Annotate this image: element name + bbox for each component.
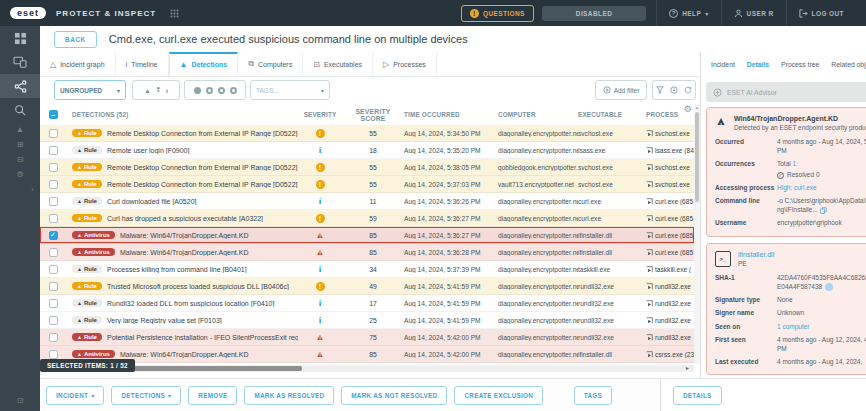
status-dot-icon[interactable] bbox=[218, 87, 225, 94]
row-checkbox[interactable] bbox=[49, 163, 58, 172]
severity-icon bbox=[319, 298, 322, 308]
table-row[interactable]: ▲Rule Remote user login [F0900] 18 Aug 1… bbox=[40, 142, 694, 159]
accessing-process-link[interactable]: High: curl.exe bbox=[777, 184, 817, 191]
table-row[interactable]: ▲Rule Very large Registry value set [F01… bbox=[40, 312, 694, 329]
row-checkbox[interactable] bbox=[49, 180, 58, 189]
remove-button[interactable]: REMOVE bbox=[188, 386, 237, 405]
column-time-occurred[interactable]: TIME OCCURRED bbox=[404, 111, 498, 118]
occurrences-count-link[interactable]: 1 bbox=[793, 160, 797, 167]
critical-filter-icon[interactable]: ▲ bbox=[144, 87, 150, 94]
row-checkbox[interactable] bbox=[49, 316, 58, 325]
table-row[interactable]: ▲Rule Curl has dropped a suspicious exec… bbox=[40, 210, 694, 227]
tab-executables[interactable]: ⊡Executables bbox=[303, 52, 373, 76]
table-row[interactable]: ▲Rule Processes killing from command lin… bbox=[40, 261, 694, 278]
panel-tab-process-tree[interactable]: Process tree bbox=[781, 61, 819, 68]
table-row[interactable]: ▲Antivirus Malware: Win64/TrojanDropper.… bbox=[40, 346, 694, 363]
sidebar-item-incidents[interactable]: ▲ bbox=[0, 122, 40, 137]
executable-name: rundll32.exe bbox=[578, 300, 646, 307]
sidebar-item-executables[interactable]: ⊟ bbox=[0, 152, 40, 167]
add-filter-button[interactable]: Add filter bbox=[595, 80, 647, 100]
sidebar-collapse-toggle[interactable]: › bbox=[0, 182, 40, 197]
info-filter-icon[interactable]: i bbox=[166, 87, 168, 94]
row-checkbox[interactable] bbox=[49, 350, 58, 359]
reputation-cloud-icon[interactable] bbox=[825, 283, 833, 291]
refresh-icon[interactable] bbox=[684, 86, 692, 94]
table-row[interactable]: ▲Rule Trusted Microsoft process loaded s… bbox=[40, 278, 694, 295]
create-exclusion-button[interactable]: CREATE EXCLUSION bbox=[454, 386, 543, 405]
tab-computers[interactable]: ⧉Computers bbox=[238, 52, 303, 76]
severity-icon bbox=[316, 163, 325, 172]
logout-button[interactable]: LOG OUT bbox=[786, 0, 856, 26]
tags-button[interactable]: TAGS bbox=[574, 386, 612, 405]
severity-filter[interactable]: ▲ ❢ i bbox=[132, 80, 180, 100]
warning-filter-icon[interactable]: ❢ bbox=[156, 86, 161, 94]
table-row[interactable]: ▲Rule Remote Desktop Connection from Ext… bbox=[40, 125, 694, 142]
column-settings-gear-icon[interactable]: ⚙ bbox=[684, 104, 692, 114]
sidebar-item-search[interactable] bbox=[0, 98, 40, 122]
table-row[interactable]: ✓ ▲Antivirus Malware: Win64/TrojanDroppe… bbox=[40, 227, 694, 244]
status-dot-icon[interactable] bbox=[206, 87, 213, 94]
group-by-dropdown[interactable]: UNGROUPED ▾ bbox=[54, 80, 126, 100]
help-menu[interactable]: ? HELP ▾ bbox=[656, 0, 720, 26]
copy-icon[interactable] bbox=[820, 207, 827, 214]
download-circle-icon[interactable] bbox=[670, 86, 678, 94]
back-button[interactable]: BACK bbox=[54, 31, 97, 48]
tab-timeline[interactable]: iTimeline bbox=[116, 52, 169, 76]
row-checkbox[interactable] bbox=[49, 299, 58, 308]
row-checkbox[interactable] bbox=[49, 146, 58, 155]
row-checkbox[interactable] bbox=[49, 333, 58, 342]
table-row[interactable]: ▲Rule Potential Persistence installation… bbox=[40, 329, 694, 346]
column-severity-score[interactable]: SEVERITY SCORE bbox=[342, 108, 404, 122]
row-checkbox[interactable] bbox=[49, 197, 58, 206]
tags-filter-dropdown[interactable]: TAGS... ▾ bbox=[250, 80, 330, 100]
panel-tab-incident[interactable]: Incident bbox=[711, 61, 735, 68]
table-row[interactable]: ▲Rule Remote Desktop Connection from Ext… bbox=[40, 176, 694, 193]
sidebar-item-submitted-files[interactable]: ⊞ bbox=[0, 137, 40, 152]
sidebar-item-computers[interactable] bbox=[0, 50, 40, 74]
row-checkbox[interactable] bbox=[49, 282, 58, 291]
sidebar-item-detections[interactable] bbox=[0, 74, 40, 98]
status-dot-icon[interactable] bbox=[194, 87, 201, 94]
tab-incident-graph[interactable]: △Incident graph bbox=[40, 52, 116, 76]
funnel-icon[interactable] bbox=[656, 86, 664, 94]
tab-processes[interactable]: ▷Processes bbox=[373, 52, 437, 76]
sidebar-item-settings[interactable]: ⚙ bbox=[0, 167, 40, 182]
detections-button[interactable]: DETECTIONS▾ bbox=[111, 386, 181, 405]
column-executable[interactable]: EXECUTABLE bbox=[578, 111, 646, 118]
column-severity[interactable]: SEVERITY bbox=[298, 111, 342, 118]
status-dot-icon[interactable] bbox=[230, 87, 237, 94]
questions-button[interactable]: ! QUESTIONS bbox=[461, 5, 534, 22]
table-row[interactable]: ▲Rule Rundll32 loaded DLL from suspiciou… bbox=[40, 295, 694, 312]
file-name-link[interactable]: ifinstaller.dll bbox=[738, 251, 774, 258]
severity-icon bbox=[316, 180, 325, 189]
table-row[interactable]: ▲Rule Remote Desktop Connection from Ext… bbox=[40, 159, 694, 176]
table-row[interactable]: ▲Rule Curl downloaded file [A0520] 11 Au… bbox=[40, 193, 694, 210]
row-checkbox[interactable] bbox=[49, 248, 58, 257]
tab-detections[interactable]: ▲Detections bbox=[169, 52, 239, 76]
details-button[interactable]: DETAILS bbox=[673, 386, 722, 405]
app-grid-icon[interactable] bbox=[170, 9, 179, 18]
select-all-checkbox[interactable]: – bbox=[49, 110, 58, 119]
mark-as-not-resolved-button[interactable]: MARK AS NOT RESOLVED bbox=[341, 386, 447, 405]
first-seen-label: First seen bbox=[715, 336, 777, 354]
user-menu[interactable]: USER R bbox=[721, 0, 786, 26]
panel-tab-details[interactable]: Details bbox=[747, 61, 769, 68]
eset-ai-advisor-button[interactable]: ESET AI Advisor ⋮ bbox=[706, 82, 866, 102]
panel-tab-related-objects[interactable]: Related objects bbox=[831, 61, 866, 68]
table-row[interactable]: ▲Antivirus Malware: Win64/TrojanDropper.… bbox=[40, 244, 694, 261]
status-filter[interactable] bbox=[184, 80, 246, 100]
mark-as-resolved-button[interactable]: MARK AS RESOLVED bbox=[244, 386, 334, 405]
seen-on-link[interactable]: 1 computer bbox=[777, 323, 810, 330]
scroll-right-icon[interactable]: ▸ bbox=[686, 364, 689, 371]
sidebar-item-dashboard[interactable] bbox=[0, 26, 40, 50]
sidebar-item-about[interactable]: ⊡ bbox=[0, 396, 40, 405]
row-checkbox[interactable] bbox=[49, 214, 58, 223]
disabled-button[interactable]: DISABLED bbox=[542, 6, 646, 21]
incident-button[interactable]: INCIDENT▾ bbox=[46, 386, 104, 405]
column-detections[interactable]: DETECTIONS (52) bbox=[66, 111, 298, 118]
row-checkbox[interactable]: ✓ bbox=[49, 231, 58, 240]
table-horizontal-scrollbar[interactable] bbox=[40, 365, 694, 372]
column-computer[interactable]: COMPUTER bbox=[498, 111, 578, 118]
row-checkbox[interactable] bbox=[49, 129, 58, 138]
row-checkbox[interactable] bbox=[49, 265, 58, 274]
